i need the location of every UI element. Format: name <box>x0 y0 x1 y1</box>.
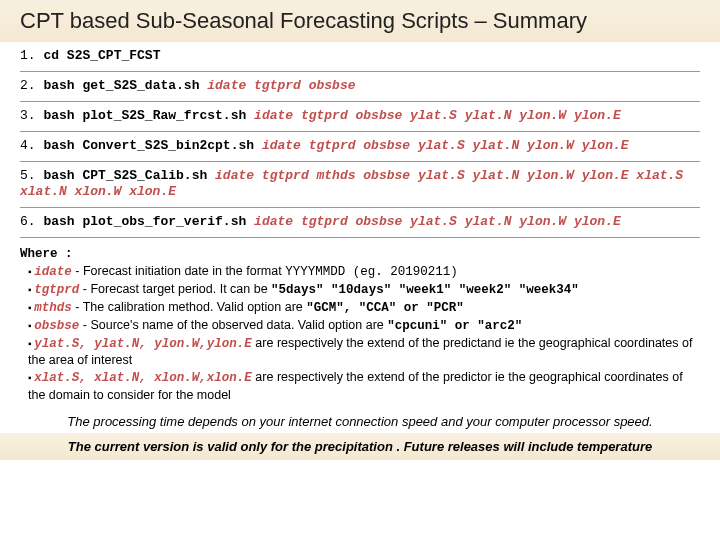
where-ylat: ylat.S, ylat.N, ylon.W,ylon.E are respec… <box>20 335 700 370</box>
where-obsbse: obsbse - Source's name of the observed d… <box>20 317 700 335</box>
step-4: 4. bash Convert_S2S_bin2cpt.sh idate tgt… <box>20 132 700 162</box>
where-title: Where : <box>20 246 700 263</box>
step-args: idate tgtprd obsbse ylat.S ylat.N ylon.W… <box>254 214 621 229</box>
step-args: idate tgtprd obsbse <box>207 78 355 93</box>
var-fmt: YYYYMMDD (eg. 20190211) <box>285 265 458 279</box>
var-name: obsbse <box>34 319 79 333</box>
var-desc: - Source's name of the observed data. Va… <box>79 318 387 332</box>
var-name: mthds <box>34 301 72 315</box>
step-num: 3. <box>20 108 36 123</box>
where-xlat: xlat.S, xlat.N, xlon.W,xlon.E are respec… <box>20 369 700 404</box>
step-cmd: bash Convert_S2S_bin2cpt.sh <box>43 138 254 153</box>
processing-note: The processing time depends on your inte… <box>0 404 720 433</box>
var-desc: - Forecast initiation date in the format <box>72 264 285 278</box>
var-desc: - Forecast target period. It can be <box>79 282 271 296</box>
version-note: The current version is valid only for th… <box>0 433 720 460</box>
step-cmd: bash plot_obs_for_verif.sh <box>43 214 246 229</box>
var-name: tgtprd <box>34 283 79 297</box>
step-2: 2. bash get_S2S_data.sh idate tgtprd obs… <box>20 72 700 102</box>
where-section: Where : idate - Forecast initiation date… <box>20 238 700 404</box>
step-num: 2. <box>20 78 36 93</box>
content-area: 1. cd S2S_CPT_FCST 2. bash get_S2S_data.… <box>0 42 720 404</box>
var-desc: - The calibration method. Valid option a… <box>72 300 306 314</box>
page-title: CPT based Sub-Seasonal Forecasting Scrip… <box>0 0 720 42</box>
var-name: idate <box>34 265 72 279</box>
var-opts: "GCM", "CCA" or "PCR" <box>306 301 464 315</box>
step-args: idate tgtprd obsbse ylat.S ylat.N ylon.W… <box>254 108 621 123</box>
step-5: 5. bash CPT_S2S_Calib.sh idate tgtprd mt… <box>20 162 700 209</box>
where-tgtprd: tgtprd - Forecast target period. It can … <box>20 281 700 299</box>
var-name: ylat.S, ylat.N, ylon.W,ylon.E <box>34 337 252 351</box>
step-num: 6. <box>20 214 36 229</box>
var-opts: "cpcuni" or "arc2" <box>387 319 522 333</box>
step-num: 5. <box>20 168 36 183</box>
where-idate: idate - Forecast initiation date in the … <box>20 263 700 281</box>
step-num: 1. <box>20 48 36 63</box>
var-opts: "5days" "10days" "week1" "week2" "week34… <box>271 283 579 297</box>
step-cmd: bash plot_S2S_Raw_frcst.sh <box>43 108 246 123</box>
step-cmd: bash CPT_S2S_Calib.sh <box>43 168 207 183</box>
step-cmd: bash get_S2S_data.sh <box>43 78 199 93</box>
step-1: 1. cd S2S_CPT_FCST <box>20 42 700 72</box>
step-cmd: cd S2S_CPT_FCST <box>43 48 160 63</box>
step-num: 4. <box>20 138 36 153</box>
step-6: 6. bash plot_obs_for_verif.sh idate tgtp… <box>20 208 700 238</box>
step-args: idate tgtprd obsbse ylat.S ylat.N ylon.W… <box>262 138 629 153</box>
step-3: 3. bash plot_S2S_Raw_frcst.sh idate tgtp… <box>20 102 700 132</box>
where-mthds: mthds - The calibration method. Valid op… <box>20 299 700 317</box>
var-name: xlat.S, xlat.N, xlon.W,xlon.E <box>34 371 252 385</box>
